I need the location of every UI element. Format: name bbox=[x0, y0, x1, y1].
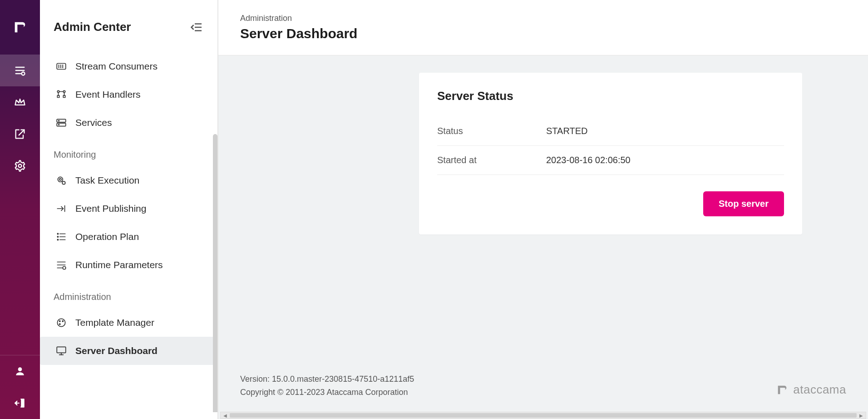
group-title-monitoring: Monitoring bbox=[54, 150, 204, 160]
sidebar-item-label: Server Dashboard bbox=[75, 345, 158, 356]
horizontal-scrollbar[interactable]: ◀ ▶ bbox=[220, 412, 866, 419]
svg-point-22 bbox=[59, 179, 61, 180]
card-title: Server Status bbox=[437, 89, 784, 103]
rail-item-settings[interactable] bbox=[0, 150, 40, 182]
main-footer: Version: 15.0.0.master-230815-47510-a121… bbox=[218, 364, 868, 419]
handlers-icon bbox=[55, 89, 67, 100]
svg-rect-40 bbox=[57, 347, 66, 353]
rail-item-crown[interactable] bbox=[0, 86, 40, 118]
palette-icon bbox=[55, 317, 67, 329]
svg-point-4 bbox=[19, 165, 22, 168]
sidebar-item-label: Runtime Parameters bbox=[75, 259, 163, 270]
svg-point-5 bbox=[18, 367, 22, 371]
sidebar-item-label: Template Manager bbox=[75, 317, 154, 328]
main: Administration Server Dashboard Server S… bbox=[218, 0, 868, 419]
rail-item-external[interactable] bbox=[0, 118, 40, 150]
collapse-sidebar-icon[interactable] bbox=[190, 20, 204, 34]
sidebar-item-label: Event Handlers bbox=[75, 89, 141, 100]
sidebar-item-event-publishing[interactable]: Event Publishing bbox=[40, 195, 217, 223]
svg-point-37 bbox=[59, 321, 60, 322]
started-value: 2023-08-16 02:06:50 bbox=[546, 155, 631, 165]
status-row: Status STARTED bbox=[437, 117, 784, 146]
sidebar-item-label: Stream Consumers bbox=[75, 61, 158, 72]
version-text: Version: 15.0.0.master-230815-47510-a121… bbox=[240, 374, 846, 384]
svg-point-20 bbox=[59, 124, 59, 125]
started-label: Started at bbox=[437, 155, 546, 165]
copyright-text: Copyright © 2011-2023 Ataccama Corporati… bbox=[240, 388, 846, 397]
breadcrumb: Administration bbox=[240, 14, 846, 23]
sidebar: Admin Center Stream Consumers Event Hand… bbox=[40, 0, 218, 419]
sidebar-item-event-handlers[interactable]: Event Handlers bbox=[40, 80, 217, 109]
rail-item-logout[interactable] bbox=[0, 387, 40, 419]
svg-point-27 bbox=[57, 236, 58, 237]
sidebar-item-label: Operation Plan bbox=[75, 231, 139, 242]
sidebar-item-label: Event Publishing bbox=[75, 203, 146, 214]
sidebar-item-runtime-parameters[interactable]: Runtime Parameters bbox=[40, 251, 217, 279]
icon-rail bbox=[0, 0, 40, 419]
brand-logo: ataccama bbox=[776, 383, 846, 397]
group-title-administration: Administration bbox=[54, 292, 204, 302]
sidebar-title: Admin Center bbox=[54, 20, 131, 34]
gear-play-icon bbox=[55, 175, 67, 186]
monitor-icon bbox=[55, 345, 67, 357]
svg-point-28 bbox=[57, 239, 58, 240]
server-status-card: Server Status Status STARTED Started at … bbox=[419, 73, 802, 234]
status-value: STARTED bbox=[546, 126, 588, 136]
sidebar-item-label: Services bbox=[75, 117, 112, 128]
page-title: Server Dashboard bbox=[240, 26, 846, 41]
logo-icon bbox=[0, 0, 40, 55]
scroll-left-icon[interactable]: ◀ bbox=[222, 412, 229, 419]
publish-icon bbox=[55, 203, 67, 214]
svg-point-3 bbox=[22, 72, 25, 75]
svg-rect-9 bbox=[57, 64, 66, 70]
svg-point-19 bbox=[59, 120, 59, 121]
rail-item-admin[interactable] bbox=[0, 55, 40, 86]
main-body: Server Status Status STARTED Started at … bbox=[218, 55, 868, 419]
sidebar-item-label: Task Execution bbox=[75, 175, 139, 186]
list-icon bbox=[55, 231, 67, 243]
stop-server-button[interactable]: Stop server bbox=[703, 191, 784, 216]
sidebar-item-stream-consumers[interactable]: Stream Consumers bbox=[40, 52, 217, 80]
status-label: Status bbox=[437, 126, 546, 136]
scroll-right-icon[interactable]: ▶ bbox=[858, 412, 865, 419]
stream-icon bbox=[55, 60, 67, 72]
svg-point-35 bbox=[63, 266, 66, 269]
scroll-thumb[interactable] bbox=[230, 413, 857, 418]
svg-point-21 bbox=[58, 177, 63, 182]
brand-text: ataccama bbox=[793, 383, 846, 397]
main-header: Administration Server Dashboard bbox=[218, 0, 868, 55]
svg-point-26 bbox=[57, 233, 58, 234]
params-icon bbox=[55, 259, 67, 271]
rail-item-user[interactable] bbox=[0, 355, 40, 387]
svg-point-38 bbox=[62, 321, 63, 322]
svg-point-36 bbox=[57, 319, 65, 326]
svg-point-39 bbox=[59, 324, 60, 324]
sidebar-item-operation-plan[interactable]: Operation Plan bbox=[40, 223, 217, 251]
sidebar-item-services[interactable]: Services bbox=[40, 109, 217, 137]
sidebar-item-server-dashboard[interactable]: Server Dashboard bbox=[40, 337, 217, 365]
svg-point-23 bbox=[62, 181, 65, 185]
sidebar-item-template-manager[interactable]: Template Manager bbox=[40, 309, 217, 337]
sidebar-item-task-execution[interactable]: Task Execution bbox=[40, 166, 217, 195]
started-row: Started at 2023-08-16 02:06:50 bbox=[437, 146, 784, 175]
services-icon bbox=[55, 117, 67, 129]
